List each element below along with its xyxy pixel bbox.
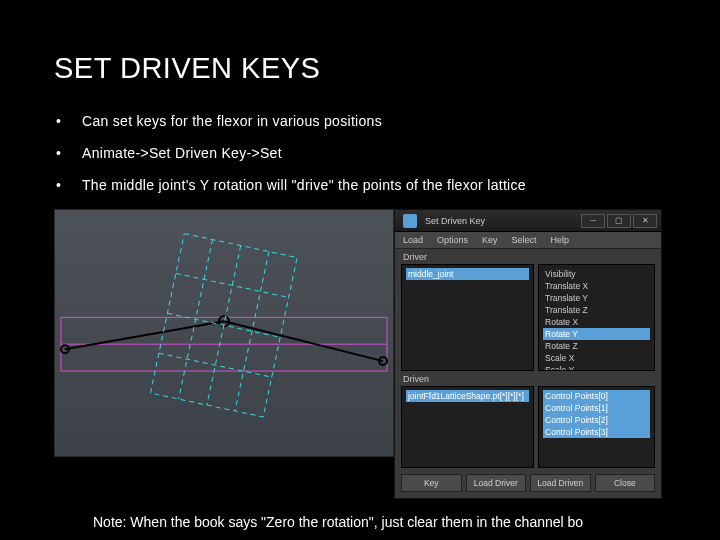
dialog-menubar: Load Options Key Select Help [395, 232, 661, 249]
list-item[interactable]: middle_joint [406, 268, 529, 280]
svg-line-3 [224, 321, 383, 361]
close-dialog-button[interactable]: Close [595, 474, 656, 492]
dialog-button-row: Key Load Driver Load Driven Close [395, 468, 661, 498]
menu-item[interactable]: Select [512, 235, 537, 245]
list-item[interactable]: Scale X [543, 352, 650, 364]
driven-section-label: Driven [395, 371, 661, 386]
minimize-button[interactable]: ─ [581, 214, 605, 228]
list-item[interactable]: Rotate X [543, 316, 650, 328]
menu-item[interactable]: Help [551, 235, 570, 245]
load-driven-button[interactable]: Load Driven [530, 474, 591, 492]
list-item[interactable]: Translate X [543, 280, 650, 292]
viewport-illustration [54, 209, 394, 457]
svg-line-2 [65, 321, 224, 349]
svg-line-10 [159, 353, 272, 377]
list-item[interactable]: Rotate Z [543, 340, 650, 352]
menu-item[interactable]: Options [437, 235, 468, 245]
driver-attr-list[interactable]: Visibility Translate X Translate Y Trans… [538, 264, 655, 371]
list-item[interactable]: Translate Z [543, 304, 650, 316]
set-driven-key-dialog: Set Driven Key ─ ▢ ✕ Load Options Key Se… [394, 209, 662, 499]
window-title: Set Driven Key [425, 216, 485, 226]
app-icon [403, 214, 417, 228]
maximize-button[interactable]: ▢ [607, 214, 631, 228]
driven-attr-list[interactable]: Control Points[0] Control Points[1] Cont… [538, 386, 655, 468]
list-item[interactable]: Control Points[1] [543, 402, 650, 414]
driver-object-list[interactable]: middle_joint [401, 264, 534, 371]
menu-item[interactable]: Key [482, 235, 498, 245]
svg-line-12 [207, 246, 241, 405]
list-item[interactable]: Control Points[0] [543, 390, 650, 402]
bullet-item: The middle joint's Y rotation will "driv… [54, 171, 670, 203]
bullet-item: Can set keys for the flexor in various p… [54, 107, 670, 139]
close-button[interactable]: ✕ [633, 214, 657, 228]
list-item[interactable]: Rotate Y [543, 328, 650, 340]
footer-note: Note: When the book says "Zero the rotat… [93, 514, 583, 530]
svg-line-11 [179, 240, 213, 399]
bullet-list: Can set keys for the flexor in various p… [54, 107, 670, 203]
list-item[interactable]: Scale Y [543, 364, 650, 371]
list-item[interactable]: jointFfd1LatticeShape.pt[*][*][*] [406, 390, 529, 402]
key-button[interactable]: Key [401, 474, 462, 492]
menu-item[interactable]: Load [403, 235, 423, 245]
list-item[interactable]: Translate Y [543, 292, 650, 304]
dialog-titlebar[interactable]: Set Driven Key ─ ▢ ✕ [395, 210, 661, 232]
load-driver-button[interactable]: Load Driver [466, 474, 527, 492]
bullet-item: Animate->Set Driven Key->Set [54, 139, 670, 171]
driver-section-label: Driver [395, 249, 661, 264]
slide-title: SET DRIVEN KEYS [54, 52, 670, 85]
list-item[interactable]: Visibility [543, 268, 650, 280]
driven-object-list[interactable]: jointFfd1LatticeShape.pt[*][*][*] [401, 386, 534, 468]
list-item[interactable]: Control Points[3] [543, 426, 650, 438]
list-item[interactable]: Control Points[2] [543, 414, 650, 426]
